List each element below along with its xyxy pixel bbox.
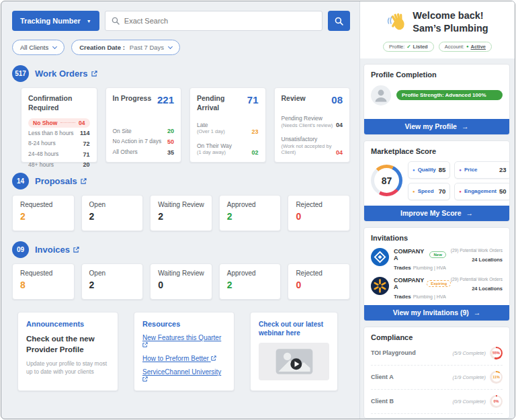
profile-status-badge[interactable]: Profile: ✓ Listed [383, 42, 434, 52]
creation-date-filter[interactable]: Creation Date : Past 7 Days [71, 40, 180, 55]
in-progress-card[interactable]: In Progress 221 On Site20 No Action in 7… [105, 87, 182, 163]
webinar-video-thumbnail[interactable] [259, 343, 329, 380]
company-name: Sam’s Plumbing [413, 22, 488, 35]
work-orders-title-link[interactable]: Work Orders [35, 69, 97, 79]
no-show-row[interactable]: No Show 04 [28, 118, 90, 128]
work-orders-cards: Confirmation Required No Show 04 Less th… [21, 87, 350, 163]
card-title: In Progress [113, 94, 152, 106]
invoices-title: Invoices [35, 245, 70, 255]
proposals-rejected-card[interactable]: Rejected0 [288, 195, 350, 231]
confirmation-required-card[interactable]: Confirmation Required No Show 04 Less th… [21, 87, 97, 163]
resource-link[interactable]: How to Preform Better [142, 355, 226, 362]
search-icon [112, 17, 120, 25]
progress-ring: 55% [490, 347, 503, 360]
score-value: 87 [374, 168, 399, 193]
card-count: 08 [331, 94, 343, 106]
wo-stat-row[interactable]: All Others35 [113, 146, 175, 157]
proposals-cards: Requested2 Open2 Waiting Review2 Approve… [12, 195, 350, 231]
compliance-row[interactable]: Client A (1/9 Complete) 11% [371, 366, 503, 390]
announcement-body: Update your profile to stay most up to d… [26, 360, 110, 376]
wo-stat-row[interactable]: On Site20 [113, 126, 175, 136]
proposals-waiting-review-card[interactable]: Waiting Review2 [150, 195, 212, 231]
resource-link[interactable]: ServiceChannel University [142, 368, 226, 383]
invoices-open-card[interactable]: Open2 [81, 263, 144, 300]
wo-stat-row[interactable]: No Action in 7 days50 [113, 136, 175, 147]
status-dot-icon: ● [466, 44, 469, 48]
card-title: Confirmation Required [28, 94, 90, 112]
invoices-count-badge: 09 [12, 241, 29, 258]
wo-stat-row[interactable]: Less than 8 hours114 [28, 128, 90, 138]
diamond-logo-icon [371, 248, 389, 266]
welcome-line1: Welcome back! [413, 9, 488, 22]
proposals-approved-card[interactable]: Approved2 [219, 195, 282, 231]
wo-stat-row[interactable]: 8-24 hours72 [28, 138, 90, 149]
card-count: 71 [247, 94, 259, 112]
invitations-title: Invitations [371, 234, 503, 242]
proposals-count-badge: 14 [12, 173, 29, 190]
speed-metric[interactable]: ●Speed70 [408, 183, 450, 200]
view-invitations-button[interactable]: View my Invitations (9) → [364, 305, 509, 321]
wo-stat-row[interactable]: Pending Review(Needs Client's review)04 [282, 114, 343, 130]
profile-completion-card: Profile Completion Profile Strength: Adv… [363, 64, 510, 135]
search-type-label: Tracking Number [20, 17, 81, 25]
clients-filter[interactable]: All Clients [12, 40, 64, 55]
marketplace-score-title: Marketplace Score [371, 147, 503, 155]
wo-stat-row[interactable]: Unsatisfactory(Work not accepted by Clie… [282, 134, 343, 157]
welcome-header: Welcome back! Sam’s Plumbing Profile: ✓ … [360, 1, 515, 58]
wo-stat-row[interactable]: 48+ hours20 [28, 159, 90, 170]
work-orders-header: 517 Work Orders [12, 65, 350, 82]
engagement-metric[interactable]: ●Engagement50 [454, 183, 510, 200]
account-status-badge[interactable]: Account: ● Active [439, 42, 492, 52]
score-gauge: 87 [371, 165, 402, 196]
main-content: Tracking Number ▼ All Clients Creation D… [1, 1, 359, 419]
invitation-status-pill: Expiring [427, 280, 451, 287]
dotted-leader [60, 122, 75, 123]
invoices-requested-card[interactable]: Requested8 [12, 263, 75, 300]
search-input[interactable] [124, 17, 316, 25]
invoices-waiting-review-card[interactable]: Waiting Review0 [150, 263, 212, 300]
quality-metric[interactable]: ●Quality85 [408, 161, 450, 179]
invitation-item[interactable]: COMPANY A New TradesPlumbing | HVAC | Ge… [371, 248, 503, 271]
invitation-status-pill: New [429, 251, 445, 258]
search-submit-button[interactable] [328, 11, 350, 31]
search-type-dropdown[interactable]: Tracking Number ▼ [12, 11, 99, 31]
compliance-row[interactable]: TOI Playground (5/9 Complete) 55% [371, 341, 503, 366]
proposals-title-link[interactable]: Proposals [35, 176, 87, 186]
wo-stat-row[interactable]: On Their Way(1 day away)02 [197, 140, 259, 157]
dot-icon: ● [413, 168, 415, 172]
search-field[interactable] [105, 11, 322, 31]
webinar-title-link[interactable]: Check out our latest webinar here [259, 320, 329, 337]
proposals-open-card[interactable]: Open2 [81, 195, 144, 231]
wo-stat-row[interactable]: Late(Over 1 day)23 [197, 120, 259, 136]
view-profile-button[interactable]: View my Profile → [364, 119, 509, 134]
compliance-row[interactable]: Client C (2/9 Complete) 22% [371, 414, 503, 419]
invitation-item[interactable]: COMPANY A Expiring TradesPlumbing | HVAC… [371, 277, 503, 300]
work-orders-count-badge: 517 [12, 65, 29, 82]
invoices-approved-card[interactable]: Approved2 [219, 263, 282, 300]
announcements-card: Announcements Check out the new Provider… [17, 312, 118, 391]
announcements-title: Announcements [26, 320, 110, 328]
card-count: 221 [157, 94, 174, 106]
search-icon [335, 17, 343, 26]
avatar-icon [371, 85, 391, 106]
resources-card: Resources New Features this Quarter How … [134, 312, 234, 391]
profile-strength-bar: Profile Strength: Advanced 100% [396, 90, 503, 100]
invoices-rejected-card[interactable]: Rejected0 [288, 263, 350, 300]
marketplace-score-card: Marketplace Score 87 ●Quality85 ●Price23… [363, 140, 510, 222]
spark-logo-icon [371, 277, 389, 295]
price-metric[interactable]: ●Price23 [454, 161, 510, 179]
resource-link[interactable]: New Features this Quarter [142, 334, 226, 349]
wo-stat-row[interactable]: 24-48 hours71 [28, 149, 90, 160]
card-title: Review [282, 94, 306, 106]
arrow-right-icon: → [466, 209, 473, 217]
improve-score-button[interactable]: Improve My Score → [364, 206, 509, 221]
no-show-label: No Show [33, 120, 57, 126]
invoices-title-link[interactable]: Invoices [35, 245, 79, 255]
work-orders-title: Work Orders [35, 69, 88, 79]
pending-arrival-card[interactable]: Pending Arrival 71 Late(Over 1 day)23 On… [189, 87, 266, 163]
compliance-card: Compliance TOI Playground (5/9 Complete)… [363, 327, 510, 419]
review-card[interactable]: Review 08 Pending Review(Needs Client's … [274, 87, 351, 163]
proposals-requested-card[interactable]: Requested2 [12, 195, 75, 231]
compliance-row[interactable]: Client B (0/9 Complete) 0% [371, 390, 503, 414]
invitations-card: Invitations COMPANY A New TradesPlumbing… [363, 227, 510, 321]
